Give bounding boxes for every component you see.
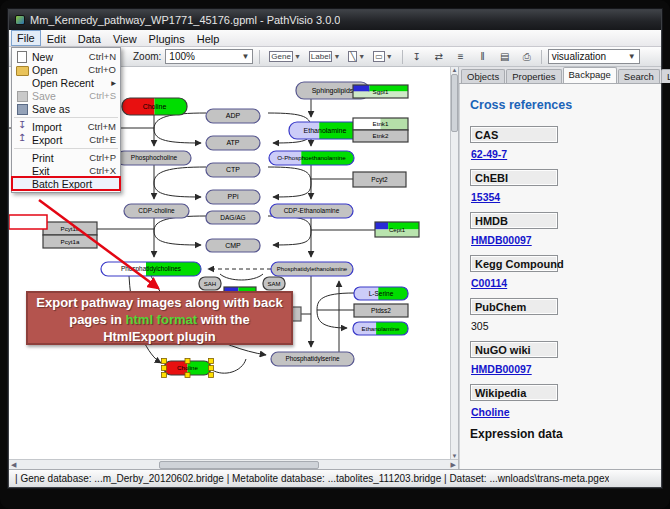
- pathway-node-ethanolamine[interactable]: Ethanolamine: [353, 322, 408, 335]
- selection-handle[interactable]: [185, 359, 190, 364]
- pathway-node-sah[interactable]: SAH: [199, 277, 221, 290]
- pathway-node-cmp[interactable]: CMP: [206, 239, 260, 252]
- scroll-left-icon[interactable]: ◀: [11, 461, 16, 469]
- xref-link[interactable]: HMDB00097: [471, 363, 651, 375]
- shape-tool-icon[interactable]: ▭▼: [370, 49, 396, 65]
- pathway-node-phosphatidylserine[interactable]: Phosphatidylserine: [271, 352, 354, 366]
- xref-title: HMDB: [470, 212, 558, 229]
- tab-legend[interactable]: Legend: [661, 69, 670, 83]
- vertical-scrollbar[interactable]: ▲ ▼: [450, 67, 458, 459]
- pathway-node-dag-ag[interactable]: DAG/AG: [206, 211, 260, 224]
- svg-text:O-Phosphoethanolamine: O-Phosphoethanolamine: [277, 154, 346, 161]
- pathway-node-pcyt2[interactable]: Pcyt2: [353, 172, 406, 187]
- svg-text:PPi: PPi: [228, 193, 239, 200]
- pathway-node-etnk1[interactable]: Etnk1: [353, 118, 408, 130]
- file-menu-item-import[interactable]: ImportCtrl+M: [12, 120, 120, 133]
- pathway-edge: [154, 183, 201, 197]
- file-menu-item-save[interactable]: SaveCtrl+S: [12, 89, 120, 102]
- pathway-node-cept1[interactable]: Cept1: [375, 222, 419, 237]
- pathway-node-ethanolamine[interactable]: Ethanolamine: [289, 122, 361, 139]
- status-bar: | Gene database: ...m_Derby_20120602.bri…: [9, 469, 661, 487]
- pathway-node-ptdss2[interactable]: Ptdss2: [354, 304, 408, 317]
- pathway-node-etnk2[interactable]: Etnk2: [353, 130, 408, 142]
- pathway-node-sgpl1[interactable]: Sgpl1: [353, 85, 408, 98]
- status-text: | Gene database: ...m_Derby_20120602.bri…: [15, 473, 609, 484]
- tab-properties[interactable]: Properties: [506, 69, 561, 83]
- pathway-node-l-serine[interactable]: L-Serine: [354, 287, 408, 300]
- menu-data[interactable]: Data: [72, 30, 107, 46]
- common-height-icon[interactable]: ⎙: [519, 49, 535, 65]
- align-center-x-icon[interactable]: ↧: [409, 49, 425, 65]
- pathway-node-adp[interactable]: ADP: [206, 109, 260, 123]
- pathway-node-sam[interactable]: SAM: [263, 277, 285, 290]
- svg-text:Pcyt1a: Pcyt1a: [61, 238, 80, 245]
- pathway-edge: [317, 293, 354, 310]
- xref-link[interactable]: HMDB00097: [471, 234, 651, 246]
- xref-link[interactable]: 62-49-7: [471, 148, 651, 160]
- tab-backpage[interactable]: Backpage: [563, 67, 617, 83]
- pathway-node-o-phosphoethanolamine[interactable]: O-Phosphoethanolamine: [269, 151, 354, 165]
- distribute-vertical-icon[interactable]: ‖: [475, 49, 491, 65]
- align-center-y-icon[interactable]: ⇄: [431, 49, 447, 65]
- xref-link[interactable]: 15354: [471, 191, 651, 203]
- vertical-scroll-thumb[interactable]: [451, 74, 458, 132]
- selection-handle[interactable]: [162, 366, 167, 371]
- file-menu-item-save-as[interactable]: Save as: [12, 102, 120, 115]
- menu-help[interactable]: Help: [191, 30, 226, 46]
- scroll-right-icon[interactable]: ▶: [451, 461, 456, 469]
- selection-handle[interactable]: [209, 359, 214, 364]
- file-menu-item-print[interactable]: PrintCtrl+P: [12, 151, 120, 164]
- file-menu-item-export[interactable]: ExportCtrl+E: [12, 133, 120, 146]
- horizontal-scrollbar[interactable]: ◀ ▶: [9, 459, 458, 469]
- svg-text:Cept1: Cept1: [389, 227, 406, 233]
- xref-link[interactable]: Choline: [471, 406, 651, 418]
- pathway-node-choline[interactable]: Choline: [162, 359, 214, 378]
- gene-tool-icon[interactable]: Gene▼: [266, 49, 304, 65]
- svg-text:Phosphatidylethanolamine: Phosphatidylethanolamine: [277, 266, 348, 272]
- pathway-node-ctp[interactable]: CTP: [206, 163, 260, 177]
- pathway-node-phosphocholine[interactable]: Phosphocholine: [117, 151, 191, 165]
- menu-view[interactable]: View: [107, 30, 143, 46]
- pathway-node-ppi[interactable]: PPi: [206, 190, 260, 204]
- distribute-horizontal-icon[interactable]: ≡: [453, 49, 469, 65]
- cross-references-heading: Cross references: [470, 98, 651, 112]
- pathway-node-choline[interactable]: Choline: [122, 98, 187, 115]
- selection-handle[interactable]: [209, 373, 214, 378]
- svg-text:Ptdss2: Ptdss2: [371, 307, 391, 314]
- svg-text:Phosphatidylserine: Phosphatidylserine: [286, 355, 340, 363]
- file-menu-item-exit[interactable]: ExitCtrl+X: [12, 164, 120, 177]
- title-bar[interactable]: Mm_Kennedy_pathway_WP1771_45176.gpml - P…: [9, 10, 661, 30]
- selection-handle[interactable]: [185, 373, 190, 378]
- pathway-node-cdp-choline[interactable]: CDP-choline: [124, 204, 189, 218]
- svg-text:Etnk1: Etnk1: [373, 120, 389, 127]
- file-menu-item-open-recent[interactable]: Open Recent▸: [12, 76, 120, 89]
- svg-text:Choline: Choline: [143, 103, 167, 110]
- scroll-up-icon[interactable]: ▲: [452, 67, 458, 73]
- svg-text:SAM: SAM: [267, 281, 280, 287]
- zoom-select[interactable]: 100%▼: [165, 49, 253, 64]
- tab-search[interactable]: Search: [618, 69, 660, 83]
- menu-plugins[interactable]: Plugins: [143, 30, 191, 46]
- label-tool-icon[interactable]: Label▼: [306, 49, 344, 65]
- menu-edit[interactable]: Edit: [41, 30, 72, 46]
- menu-file[interactable]: File: [11, 30, 41, 46]
- file-menu-item-batch-export[interactable]: Batch Export: [12, 177, 120, 190]
- selection-handle[interactable]: [209, 366, 214, 371]
- visualization-select[interactable]: visualization▼: [548, 49, 640, 64]
- line-tool-icon[interactable]: ╲▼: [345, 49, 368, 65]
- selection-handle[interactable]: [162, 373, 167, 378]
- file-menu-item-open[interactable]: OpenCtrl+O: [12, 63, 120, 76]
- menu-separator: [14, 148, 118, 149]
- xref-value: 305: [471, 320, 651, 332]
- xref-link[interactable]: C00114: [471, 277, 651, 289]
- selection-handle[interactable]: [162, 359, 167, 364]
- tab-objects[interactable]: Objects: [461, 69, 505, 83]
- pathway-node-phosphatidylethanolamine[interactable]: Phosphatidylethanolamine: [271, 262, 353, 276]
- svg-text:DAG/AG: DAG/AG: [220, 214, 245, 221]
- horizontal-scroll-thumb[interactable]: [159, 461, 319, 469]
- pathway-node-cdp-ethanolamine[interactable]: CDP-Ethanolamine: [270, 204, 353, 218]
- file-menu-item-new[interactable]: NewCtrl+N: [12, 50, 120, 63]
- pathway-node-phosphatidylcholines[interactable]: Phosphatidylcholines: [101, 262, 201, 276]
- common-width-icon[interactable]: ▤: [497, 49, 513, 65]
- pathway-node-atp[interactable]: ATP: [206, 136, 260, 150]
